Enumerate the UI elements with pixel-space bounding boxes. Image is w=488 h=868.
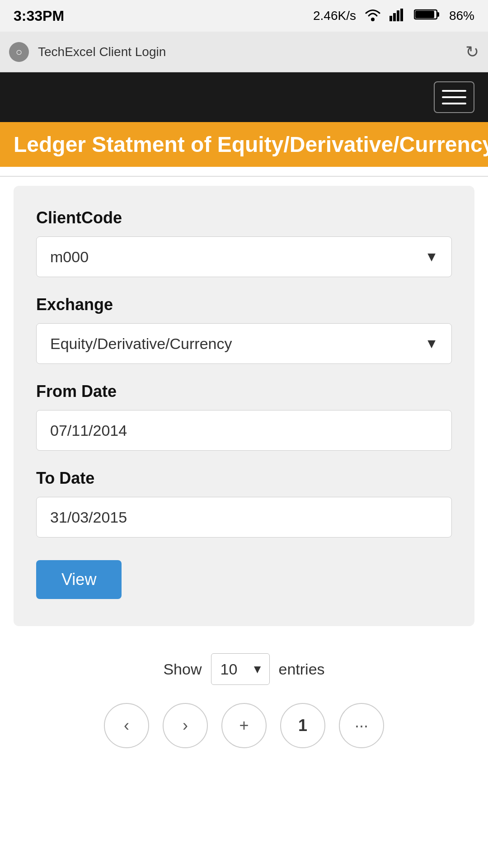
client-code-label: ClientCode [36, 208, 452, 227]
form-card: ClientCode m000 ▼ Exchange Equity/Deriva… [14, 186, 474, 626]
svg-point-0 [371, 18, 375, 21]
network-speed: 2.46K/s [313, 9, 356, 23]
add-button[interactable]: + [221, 703, 267, 748]
from-date-label: From Date [36, 382, 452, 401]
entries-select[interactable]: 10 25 50 100 [211, 653, 270, 685]
page-title: Ledger Statment of Equity/Derivative/Cur… [14, 132, 474, 157]
browser-bar: ○ TechExcel Client Login ↻ [0, 32, 488, 72]
hamburger-line-2 [442, 96, 466, 98]
nav-bar [0, 72, 488, 122]
status-time: 3:33PM [14, 8, 64, 24]
divider [0, 176, 488, 177]
hamburger-line-3 [442, 103, 466, 104]
battery-icon [414, 8, 441, 24]
page-banner: Ledger Statment of Equity/Derivative/Cur… [0, 122, 488, 167]
client-code-select-wrapper: m000 ▼ [36, 236, 452, 277]
client-code-group: ClientCode m000 ▼ [36, 208, 452, 277]
show-entries-row: Show 10 25 50 100 ▼ entries [163, 653, 324, 685]
page-number-button[interactable]: 1 [280, 703, 325, 748]
exchange-group: Exchange Equity/Derivative/Currency ▼ [36, 295, 452, 364]
to-date-input[interactable] [36, 497, 452, 538]
svg-rect-4 [400, 9, 403, 21]
exchange-select[interactable]: Equity/Derivative/Currency [36, 323, 452, 364]
from-date-group: From Date [36, 382, 452, 451]
status-icons: 2.46K/s 86% [313, 8, 474, 24]
refresh-icon[interactable]: ↻ [465, 42, 479, 61]
hamburger-button[interactable] [434, 81, 474, 113]
svg-rect-6 [437, 12, 439, 17]
hamburger-line-1 [442, 90, 466, 92]
status-bar: 3:33PM 2.46K/s [0, 0, 488, 32]
exchange-select-wrapper: Equity/Derivative/Currency ▼ [36, 323, 452, 364]
svg-rect-7 [415, 11, 434, 18]
from-date-input[interactable] [36, 410, 452, 451]
svg-rect-2 [393, 13, 396, 21]
pagination-area: Show 10 25 50 100 ▼ entries ‹ › + 1 ··· [0, 635, 488, 762]
show-label: Show [163, 660, 202, 678]
battery-percent: 86% [449, 9, 474, 23]
svg-rect-1 [389, 16, 392, 21]
view-button[interactable]: View [36, 560, 122, 599]
entries-select-wrapper: 10 25 50 100 ▼ [211, 653, 270, 685]
next-button[interactable]: › [163, 703, 208, 748]
wifi-icon [364, 8, 381, 24]
client-code-select[interactable]: m000 [36, 236, 452, 277]
pagination-buttons: ‹ › + 1 ··· [104, 703, 384, 748]
exchange-label: Exchange [36, 295, 452, 314]
prev-button[interactable]: ‹ [104, 703, 149, 748]
more-button[interactable]: ··· [339, 703, 384, 748]
signal-icon [389, 8, 406, 24]
to-date-label: To Date [36, 469, 452, 488]
to-date-group: To Date [36, 469, 452, 538]
svg-rect-3 [397, 10, 399, 21]
browser-favicon: ○ [9, 42, 29, 62]
entries-label: entries [279, 660, 325, 678]
browser-url[interactable]: TechExcel Client Login [38, 45, 456, 59]
